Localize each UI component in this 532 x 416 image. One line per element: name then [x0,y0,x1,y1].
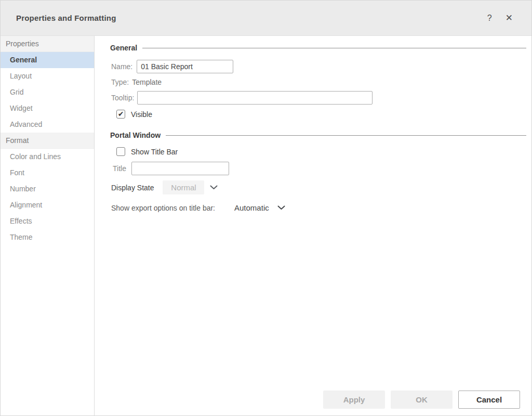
sidebar-item-alignment[interactable]: Alignment [1,197,94,213]
visible-checkbox[interactable]: ✔ [116,110,125,119]
export-options-row: Show export options on title bar: Automa… [111,203,526,212]
sidebar-item-theme[interactable]: Theme [1,229,94,245]
chevron-down-icon[interactable] [277,205,285,210]
sidebar-item-general[interactable]: General [1,52,94,68]
title-row: Title [113,162,526,175]
close-icon[interactable]: ✕ [506,14,513,22]
portal-window-heading-label: Portal Window [110,131,161,139]
apply-button[interactable]: Apply [323,391,385,409]
type-row: Type: Template [111,78,526,86]
name-row: Name: [111,60,526,73]
display-state-row: Display State Normal [111,180,526,194]
portal-window-section-heading: Portal Window [110,131,526,139]
sidebar-header-format: Format [1,133,94,149]
show-title-bar-label: Show Title Bar [131,148,178,156]
chevron-down-icon[interactable] [210,185,218,190]
name-label: Name: [111,62,132,71]
dialog-title: Properties and Formatting [16,14,487,22]
dialog-titlebar: Properties and Formatting ? ✕ [1,1,531,36]
display-state-label: Display State [111,184,154,192]
heading-rule [166,135,526,136]
content-panel: General Name: Type: Template Tooltip: ✔ … [95,36,531,416]
type-label: Type: [111,78,129,86]
show-title-bar-row: ✔ Show Title Bar [116,147,526,156]
sidebar-item-grid[interactable]: Grid [1,84,94,100]
sidebar-item-layout[interactable]: Layout [1,68,94,84]
dialog-body: Properties General Layout Grid Widget Ad… [1,36,531,416]
titlebar-icons: ? ✕ [487,14,513,22]
sidebar-item-effects[interactable]: Effects [1,213,94,229]
properties-dialog: Properties and Formatting ? ✕ Properties… [0,0,532,416]
title-input[interactable] [131,162,229,175]
export-options-label: Show export options on title bar: [111,204,215,212]
show-title-bar-checkbox[interactable]: ✔ [116,147,125,156]
sidebar: Properties General Layout Grid Widget Ad… [1,36,95,416]
general-section-heading: General [110,44,526,52]
sidebar-item-advanced[interactable]: Advanced [1,116,94,133]
title-label: Title [113,164,126,173]
sidebar-item-color-and-lines[interactable]: Color and Lines [1,149,94,165]
visible-label: Visible [131,110,152,119]
type-value: Template [132,78,162,86]
name-input[interactable] [137,60,233,73]
tooltip-input[interactable] [137,91,373,105]
tooltip-label: Tooltip: [111,94,134,102]
checkmark-icon: ✔ [118,110,124,118]
visible-row: ✔ Visible [116,110,526,119]
general-heading-label: General [110,44,137,52]
help-icon[interactable]: ? [487,14,492,22]
dialog-footer: Apply OK Cancel [323,391,520,409]
sidebar-item-number[interactable]: Number [1,181,94,197]
export-options-dropdown[interactable]: Automatic [234,203,269,212]
ok-button[interactable]: OK [391,391,453,409]
cancel-button[interactable]: Cancel [458,391,520,409]
sidebar-item-widget[interactable]: Widget [1,100,94,116]
sidebar-header-properties: Properties [1,36,94,52]
display-state-dropdown: Normal [163,180,204,194]
sidebar-item-font[interactable]: Font [1,165,94,181]
tooltip-row: Tooltip: [111,91,526,105]
heading-rule [142,48,526,48]
